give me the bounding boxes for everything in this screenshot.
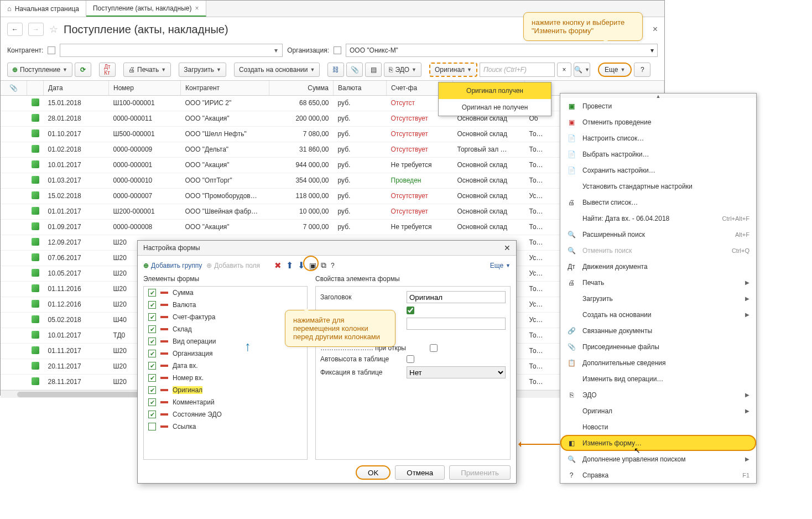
org-select[interactable]: ООО "Оникс-М" ▾ — [346, 44, 658, 57]
expand-icon[interactable]: ▣ — [309, 261, 316, 270]
menu-item[interactable]: 🖨Печать▶ — [560, 274, 756, 290]
form-element-item[interactable]: ✔ Комментарий — [144, 396, 307, 408]
menu-item[interactable]: 🔍Отменить поискCtrl+Q — [560, 242, 756, 258]
more-button[interactable]: Еще▼ — [598, 63, 632, 77]
checkbox-icon[interactable]: ✔ — [148, 398, 156, 406]
create-based-button[interactable]: Создать на основании▼ — [234, 63, 320, 77]
load-button[interactable]: Загрузить▼ — [179, 63, 226, 77]
checkbox-icon[interactable]: ✔ — [148, 386, 156, 394]
cancel-button[interactable]: Отмена — [395, 465, 445, 480]
prop-checkbox-2[interactable] — [430, 344, 438, 352]
form-elements-list[interactable]: ✔ Сумма✔ Валюта✔ Счет-фактура✔ Склад✔ Ви… — [143, 286, 308, 460]
checkbox-icon[interactable]: ✔ — [148, 411, 156, 418]
linked-button[interactable]: ⛓ — [327, 63, 344, 77]
checkbox-icon[interactable]: ✔ — [148, 374, 156, 382]
close-icon[interactable]: × — [195, 4, 199, 12]
menu-item[interactable]: 📎Присоединенные файлы — [560, 339, 756, 355]
menu-item[interactable]: Оригинал▶ — [560, 403, 756, 419]
prop-input-2[interactable] — [407, 318, 506, 330]
org-checkbox[interactable] — [334, 46, 341, 54]
menu-item-original-not-received[interactable]: Оригинал не получен — [439, 99, 551, 116]
form-element-item[interactable]: ✔ Счет-фактура — [144, 311, 307, 323]
apply-button[interactable]: Применить — [449, 465, 511, 480]
menu-item[interactable]: Установить стандартные настройки — [560, 178, 756, 194]
form-element-item[interactable]: ✔ Оригинал — [144, 384, 307, 396]
menu-item[interactable]: Создать на основании▶ — [560, 307, 756, 323]
dtkt-button[interactable]: ДтКт — [99, 63, 116, 77]
list-button[interactable]: ▤ — [365, 63, 382, 77]
delete-icon[interactable]: ✖ — [274, 261, 282, 271]
edo-button[interactable]: ⎘ЭДО▼ — [384, 63, 421, 77]
col-date[interactable]: Дата — [44, 81, 109, 95]
checkbox-icon[interactable]: ✔ — [148, 350, 156, 357]
attach-button[interactable]: 📎 — [346, 63, 363, 77]
menu-item[interactable]: 📋Дополнительные сведения — [560, 355, 756, 371]
refresh-button[interactable]: ⟳ — [75, 63, 91, 77]
form-element-item[interactable]: ✔ Сумма — [144, 287, 307, 299]
move-up-button[interactable]: ⬆ — [286, 260, 293, 271]
original-button[interactable]: Оригинал▼ — [429, 63, 477, 77]
menu-item[interactable]: 🔗Связанные документы — [560, 323, 756, 339]
search-input[interactable]: Поиск (Ctrl+F) — [480, 63, 555, 77]
form-element-item[interactable]: ✔ Валюта — [144, 299, 307, 311]
kontragent-checkbox[interactable] — [48, 46, 55, 54]
menu-item-original-received[interactable]: Оригинал получен — [439, 82, 551, 99]
col-summa[interactable]: Сумма — [269, 81, 334, 95]
help-icon[interactable]: ? — [331, 262, 335, 269]
col-kontragent[interactable]: Контрагент — [181, 81, 269, 95]
tab-postuplenie[interactable]: Поступление (акты, накладные) × — [86, 1, 206, 17]
tab-home[interactable]: ⌂ Начальная страница — [1, 1, 86, 17]
ok-button[interactable]: OK — [356, 465, 391, 480]
form-element-item[interactable]: ✔ Организация — [144, 347, 307, 360]
menu-item[interactable]: ◧Изменить форму… — [560, 435, 756, 451]
favorite-icon[interactable]: ☆ — [49, 23, 58, 35]
col-valuta[interactable]: Валюта — [334, 81, 387, 95]
postuplenie-button[interactable]: ⊕Поступление▼ — [7, 63, 72, 77]
fixation-select[interactable]: Нет — [407, 366, 506, 378]
nav-fwd-button[interactable]: → — [28, 23, 44, 36]
dialog-more-button[interactable]: Еще ▼ — [490, 262, 511, 269]
add-group-button[interactable]: ⊕Добавить группу — [143, 262, 202, 269]
dialog-close-button[interactable]: ✕ — [504, 243, 511, 252]
checkbox-icon[interactable] — [148, 423, 156, 430]
prop-checkbox-1[interactable] — [407, 307, 414, 314]
menu-item[interactable]: Новости — [560, 419, 756, 435]
menu-item[interactable]: ⎘ЭДО▶ — [560, 387, 756, 403]
menu-item[interactable]: 🔍Расширенный поискAlt+F — [560, 226, 756, 242]
menu-item[interactable]: ▣Отменить проведение — [560, 114, 756, 130]
form-element-item[interactable]: ✔ Дата вх. — [144, 360, 307, 372]
menu-item[interactable]: ?СправкаF1 — [560, 467, 756, 483]
checkbox-icon[interactable]: ✔ — [148, 362, 156, 370]
form-element-item[interactable]: ✔ Состояние ЭДО — [144, 408, 307, 421]
move-down-button[interactable]: ⬇ — [298, 260, 305, 271]
help-button[interactable]: ? — [634, 63, 650, 77]
menu-item[interactable]: Изменить вид операции… — [560, 371, 756, 387]
menu-item[interactable]: 📄Сохранить настройки… — [560, 162, 756, 178]
form-element-item[interactable]: ✔ Номер вх. — [144, 372, 307, 384]
checkbox-icon[interactable]: ✔ — [148, 289, 156, 297]
autoheight-checkbox[interactable] — [407, 355, 414, 363]
checkbox-icon[interactable]: ✔ — [148, 338, 156, 345]
close-page-button[interactable]: × — [653, 24, 658, 34]
menu-item[interactable]: ДтДвижения документа — [560, 258, 756, 274]
copy-icon[interactable]: ⧉ — [321, 261, 326, 270]
menu-item[interactable]: 🖨Вывести список… — [560, 194, 756, 210]
form-element-item[interactable]: ✔ Склад — [144, 323, 307, 335]
checkbox-icon[interactable]: ✔ — [148, 313, 156, 321]
checkbox-icon[interactable]: ✔ — [148, 301, 156, 309]
col-nomer[interactable]: Номер — [109, 81, 181, 95]
menu-item[interactable]: ▣Провести — [560, 98, 756, 114]
add-fields-button[interactable]: ⊕Добавить поля — [206, 262, 260, 269]
search-clear-button[interactable]: × — [557, 63, 571, 77]
form-element-item[interactable]: Ссылка — [144, 421, 307, 433]
menu-item[interactable]: 📄Настроить список… — [560, 130, 756, 146]
print-button[interactable]: 🖨Печать▼ — [123, 63, 171, 77]
form-element-item[interactable]: ✔ Вид операции — [144, 335, 307, 347]
nav-back-button[interactable]: ← — [7, 23, 23, 36]
search-button[interactable]: 🔍▼ — [574, 63, 590, 77]
title-input[interactable] — [407, 291, 506, 303]
menu-item[interactable]: Найти: Дата вх. - 06.04.2018Ctrl+Alt+F — [560, 210, 756, 226]
menu-item[interactable]: 📄Выбрать настройки… — [560, 146, 756, 162]
menu-item[interactable]: 🔍Дополнение управления поиском▶ — [560, 451, 756, 467]
menu-item[interactable]: Загрузить▶ — [560, 290, 756, 307]
